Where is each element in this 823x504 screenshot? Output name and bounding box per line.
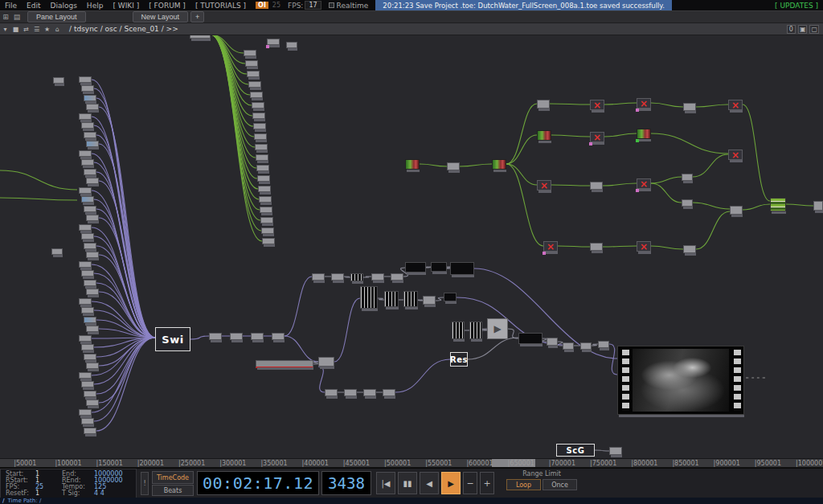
graph-node[interactable] [79, 261, 92, 268]
graph-node[interactable] [598, 341, 609, 348]
graph-node[interactable] [81, 196, 94, 203]
graph-node[interactable] [256, 154, 268, 161]
play-reverse-button[interactable]: ◀ [420, 472, 439, 494]
graph-node[interactable] [813, 201, 823, 211]
graph-node[interactable] [286, 42, 297, 48]
error-node[interactable]: × [590, 100, 604, 110]
graph-node[interactable] [590, 182, 603, 190]
error-node[interactable]: × [590, 132, 604, 142]
graph-node[interactable] [730, 206, 743, 215]
graph-node[interactable] [252, 102, 264, 109]
graph-node[interactable] [682, 199, 693, 207]
list-icon[interactable]: ☰ [31, 26, 42, 33]
graph-node[interactable] [318, 357, 334, 367]
movie-preview-node[interactable] [617, 346, 744, 415]
star-icon[interactable]: ★ [42, 26, 52, 33]
graph-node[interactable] [253, 123, 266, 129]
graph-node[interactable] [244, 50, 256, 56]
play-button[interactable]: ▶ [441, 472, 461, 494]
new-layout-button[interactable]: New Layout [133, 11, 189, 23]
graph-node[interactable] [255, 144, 268, 150]
graph-node[interactable] [344, 389, 357, 396]
graph-node[interactable] [86, 104, 99, 110]
graph-node[interactable] [259, 196, 272, 203]
graph-node[interactable] [431, 262, 447, 272]
graph-node[interactable] [262, 238, 275, 244]
graph-node[interactable] [84, 95, 96, 101]
add-layout-button[interactable]: + [190, 11, 204, 23]
graph-node[interactable] [325, 389, 338, 396]
slash-icon[interactable]: / [2, 498, 5, 504]
graph-node[interactable] [79, 187, 92, 194]
graph-node[interactable] [580, 342, 592, 350]
loop-button[interactable]: Loop [506, 479, 541, 490]
error-node[interactable]: × [537, 180, 551, 191]
pause-button[interactable]: ▮▮ [398, 472, 417, 494]
graph-node[interactable] [563, 342, 574, 350]
graph-node[interactable] [247, 71, 260, 77]
graph-node[interactable] [469, 322, 482, 339]
menu-item[interactable]: [ TUTORIALS ] [190, 2, 251, 10]
graph-node[interactable] [260, 207, 272, 213]
menu-item[interactable]: Dialogs [46, 2, 82, 10]
graph-node[interactable] [86, 215, 99, 221]
pane-layout-button[interactable]: Pane Layout [27, 11, 86, 23]
alert-button[interactable]: ! [141, 472, 149, 495]
jump-start-button[interactable]: |◀ [376, 472, 395, 494]
graph-node[interactable] [256, 165, 269, 171]
graph-node[interactable] [312, 273, 325, 281]
swi-node[interactable]: Swi [155, 327, 190, 351]
graph-node[interactable] [84, 391, 96, 397]
graph-node[interactable] [371, 273, 384, 281]
updates-link[interactable]: [ UPDATES ] [770, 2, 823, 10]
graph-node[interactable] [79, 372, 92, 379]
once-button[interactable]: Once [543, 479, 577, 490]
graph-node[interactable] [444, 293, 457, 301]
graph-node[interactable] [590, 243, 603, 251]
grid-icon[interactable]: ⊞ [0, 13, 11, 21]
graph-node[interactable] [452, 322, 465, 339]
home-icon[interactable]: ⌂ [52, 26, 63, 33]
graph-node[interactable] [537, 130, 551, 141]
graph-node[interactable] [84, 169, 96, 175]
graph-node[interactable] [79, 76, 92, 83]
error-node[interactable]: × [543, 241, 558, 252]
graph-node[interactable] [53, 77, 64, 84]
graph-node[interactable] [81, 418, 94, 424]
timecode-button[interactable]: TimeCode [152, 471, 194, 484]
graph-node[interactable] [81, 85, 94, 92]
graph-node[interactable] [492, 159, 506, 170]
graph-node[interactable] [403, 291, 418, 307]
graph-node[interactable]: ▶ [487, 318, 508, 339]
graph-node[interactable] [391, 273, 403, 281]
graph-node[interactable] [609, 447, 622, 455]
frame-increment-button[interactable]: + [480, 472, 494, 494]
graph-node[interactable] [86, 141, 99, 147]
error-node[interactable]: × [728, 100, 743, 110]
graph-node[interactable] [81, 344, 94, 350]
breadcrumb[interactable]: / tdsync / osc / Scene_01 / >> [69, 25, 178, 33]
menu-item[interactable]: [ WIKI ] [108, 2, 144, 10]
graph-node[interactable] [86, 400, 99, 406]
error-node[interactable]: × [637, 98, 651, 109]
graph-node[interactable] [84, 428, 96, 434]
error-node[interactable]: × [728, 150, 743, 160]
graph-node[interactable] [84, 317, 96, 323]
graph-node[interactable] [384, 291, 399, 307]
graph-node[interactable] [86, 326, 99, 332]
menu-item[interactable]: Edit [22, 2, 45, 10]
filled-frame-icon[interactable]: ▣ [798, 25, 808, 34]
graph-node[interactable] [79, 113, 92, 120]
realtime-checkbox[interactable] [329, 2, 334, 8]
graph-node[interactable] [51, 248, 63, 255]
graph-node[interactable] [518, 333, 543, 344]
graph-node[interactable] [260, 217, 273, 223]
zero-indicator[interactable]: 0 [787, 25, 796, 34]
graph-node[interactable] [383, 389, 395, 396]
graph-node[interactable] [86, 289, 99, 295]
graph-node[interactable] [682, 174, 693, 181]
graph-node[interactable] [81, 270, 94, 277]
graph-node[interactable] [86, 252, 99, 258]
window-icon[interactable]: ▤ [11, 13, 23, 21]
graph-node[interactable] [258, 186, 271, 192]
